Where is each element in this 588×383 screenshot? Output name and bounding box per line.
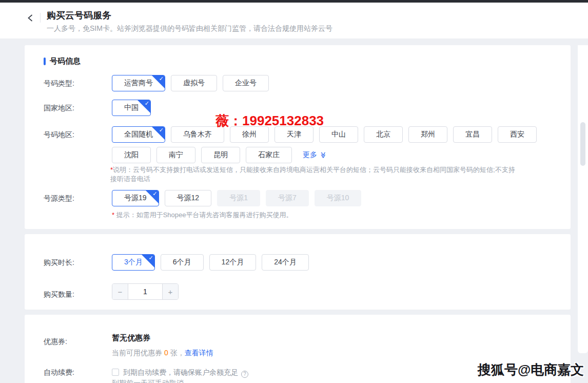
quantity-stepper: − + bbox=[112, 283, 179, 300]
page: 购买云号码服务 一人多号，免SIM卡。站斧浏览器提供的号码皆由相关部门监管，请合… bbox=[0, 0, 588, 383]
header-text: 购买云号码服务 一人多号，免SIM卡。站斧浏览器提供的号码皆由相关部门监管，请合… bbox=[47, 9, 332, 33]
option-石家庄[interactable]: 石家庄 bbox=[246, 147, 292, 163]
section-title-text: 号码信息 bbox=[50, 56, 81, 66]
page-header: 购买云号码服务 一人多号，免SIM卡。站斧浏览器提供的号码皆由相关部门监管，请合… bbox=[0, 3, 588, 39]
option-昆明[interactable]: 昆明 bbox=[201, 147, 240, 163]
coupon-available-line: 当前可用优惠券0张，查看详情 bbox=[112, 349, 213, 358]
option-宜昌[interactable]: 宜昌 bbox=[453, 126, 492, 143]
quantity-decrease-button[interactable]: − bbox=[112, 284, 128, 299]
card-number-info: 号码信息 号码类型: 运营商号虚拟号企业号 国家地区: 中国 号码地区: 全国随… bbox=[25, 45, 571, 229]
option-郑州[interactable]: 郑州 bbox=[408, 126, 447, 143]
option-号源10: 号源10 bbox=[315, 190, 362, 206]
label-region: 号码地区: bbox=[44, 129, 74, 140]
auto-renew-text: 到期自动续费，请确保账户余额充足? bbox=[123, 367, 248, 378]
card-purchase: 购买时长: 3个月6个月12个月24个月 购买数量: − + bbox=[25, 234, 571, 310]
sohu-watermark: 搜狐号@电商嘉文 bbox=[478, 361, 584, 379]
option-中国[interactable]: 中国 bbox=[112, 100, 151, 116]
quantity-input[interactable] bbox=[128, 284, 162, 299]
label-auto-renew: 自动续费: bbox=[44, 367, 74, 377]
coupon-none-text: 暂无优惠券 bbox=[112, 333, 150, 343]
red-phone-watermark: 薇：19925132833 bbox=[215, 112, 324, 130]
label-country: 国家地区: bbox=[44, 103, 74, 113]
option-沈阳[interactable]: 沈阳 bbox=[112, 147, 151, 163]
option-南宁[interactable]: 南宁 bbox=[156, 147, 195, 163]
note-line1: 说明：云号码不支持拨打电话或发送短信，只能接收来自跨境电商运营相关平台的短信；云… bbox=[113, 166, 515, 174]
double-chevron-down-icon: ≫ bbox=[320, 152, 327, 159]
duration-options: 3个月6个月12个月24个月 bbox=[112, 254, 309, 271]
option-虚拟号[interactable]: 虚拟号 bbox=[171, 75, 217, 91]
region-note: *说明：云号码不支持拨打电话或发送短信，只能接收来自跨境电商运营相关平台的短信；… bbox=[110, 165, 515, 184]
option-西安[interactable]: 西安 bbox=[498, 126, 537, 143]
country-options: 中国 bbox=[112, 100, 151, 116]
scrollbar-thumb[interactable] bbox=[580, 122, 585, 166]
help-icon[interactable]: ? bbox=[241, 371, 248, 378]
option-运营商号[interactable]: 运营商号 bbox=[112, 75, 165, 91]
chevron-left-icon bbox=[27, 14, 34, 22]
page-title: 购买云号码服务 bbox=[47, 9, 332, 22]
tip-text: 提示：如需用于Shopee平台请先咨询客服再进行购买使用。 bbox=[114, 211, 292, 219]
quantity-increase-button[interactable]: + bbox=[162, 284, 178, 299]
option-号源1: 号源1 bbox=[217, 190, 260, 206]
option-中山[interactable]: 中山 bbox=[319, 126, 358, 143]
source-type-options: 号源19号源12号源1号源7号源10 bbox=[112, 190, 361, 206]
more-link[interactable]: 更多 ≫ bbox=[303, 150, 327, 160]
source-tip: * 提示：如需用于Shopee平台请先咨询客服再进行购买使用。 bbox=[112, 210, 293, 220]
option-全国随机[interactable]: 全国随机 bbox=[112, 126, 165, 143]
option-号源7: 号源7 bbox=[266, 190, 309, 206]
region-options-row1: 全国随机乌鲁木齐徐州天津中山北京郑州宜昌西安 bbox=[112, 126, 537, 143]
coupon-available-prefix: 当前可用优惠券 bbox=[112, 349, 162, 357]
option-号源12[interactable]: 号源12 bbox=[165, 190, 212, 206]
label-source-type: 号源类型: bbox=[44, 193, 74, 203]
auto-renew-checkbox[interactable] bbox=[112, 369, 119, 376]
view-details-link[interactable]: 查看详情 bbox=[185, 349, 213, 357]
page-subtitle: 一人多号，免SIM卡。站斧浏览器提供的号码皆由相关部门监管，请合法合规使用站斧云… bbox=[47, 24, 332, 33]
section-accent-bar bbox=[44, 58, 46, 65]
cutoff-note: 到期前一天可手动取消 bbox=[112, 379, 184, 383]
header-divider bbox=[40, 13, 41, 23]
option-号源19[interactable]: 号源19 bbox=[112, 190, 159, 206]
back-button[interactable] bbox=[27, 13, 35, 23]
note-line2: 接听语音电话 bbox=[110, 175, 150, 183]
option-北京[interactable]: 北京 bbox=[364, 126, 403, 143]
coupon-count: 0 bbox=[164, 349, 168, 357]
option-企业号[interactable]: 企业号 bbox=[223, 75, 269, 91]
label-quantity: 购买数量: bbox=[44, 289, 74, 299]
coupon-available-suffix: 张， bbox=[170, 349, 185, 357]
number-type-options: 运营商号虚拟号企业号 bbox=[112, 75, 269, 91]
label-coupon: 优惠券: bbox=[44, 336, 67, 347]
option-24个月[interactable]: 24个月 bbox=[262, 254, 309, 271]
label-duration: 购买时长: bbox=[44, 257, 74, 267]
option-12个月[interactable]: 12个月 bbox=[209, 254, 257, 271]
section-title-number-info: 号码信息 bbox=[44, 56, 81, 66]
region-options-row2-buttons: 沈阳南宁昆明石家庄 bbox=[112, 147, 292, 163]
more-label: 更多 bbox=[303, 150, 317, 160]
option-3个月[interactable]: 3个月 bbox=[112, 254, 155, 271]
scrollbar-track[interactable] bbox=[578, 45, 588, 353]
region-options-row2: 沈阳南宁昆明石家庄 更多 ≫ bbox=[112, 147, 327, 163]
auto-renew-label: 到期自动续费，请确保账户余额充足 bbox=[123, 368, 238, 376]
option-6个月[interactable]: 6个月 bbox=[161, 254, 204, 271]
label-number-type: 号码类型: bbox=[44, 78, 74, 88]
